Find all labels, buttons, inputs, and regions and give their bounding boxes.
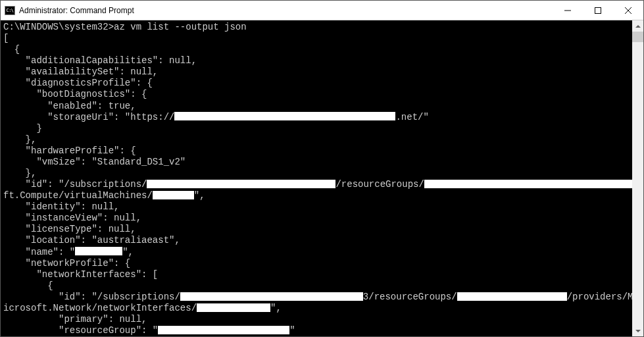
output-line: "diagnosticsProfile": { <box>3 78 153 88</box>
command-text: az vm list --output json <box>114 22 247 32</box>
cmd-icon: C:\ <box>5 6 15 15</box>
output-line: { <box>3 44 20 55</box>
output-line: "bootDiagnostics": { <box>3 89 147 99</box>
redacted-block <box>153 191 194 199</box>
output-line: { <box>3 280 53 291</box>
output-line: ", <box>122 247 134 257</box>
output-line: "networkInterfaces": [ <box>3 269 158 280</box>
output-line: }, <box>3 134 36 145</box>
output-line: "vmSize": "Standard_DS1_v2" <box>3 157 186 167</box>
redacted-block <box>424 180 632 188</box>
redacted-block <box>75 247 122 255</box>
output-line: "id": "/subscriptions/ <box>3 179 147 190</box>
vertical-scrollbar[interactable] <box>632 20 643 336</box>
output-line: "enabled": true, <box>3 101 136 111</box>
prompt: C:\WINDOWS\system32> <box>3 22 114 32</box>
output-line: "networkProfile": { <box>3 258 130 269</box>
output-line: ", <box>194 190 205 201</box>
output-line: "additionalCapabilities": null, <box>3 55 197 66</box>
output-line: } <box>3 123 42 134</box>
terminal-output[interactable]: C:\WINDOWS\system32>az vm list --output … <box>1 20 632 336</box>
scroll-thumb[interactable] <box>632 32 643 42</box>
output-line: /resourceGroups/ <box>335 179 424 190</box>
output-line: "licenseType": null, <box>3 224 136 234</box>
maximize-button[interactable] <box>583 1 613 20</box>
output-line: "identity": null, <box>3 201 119 212</box>
svg-rect-1 <box>595 8 601 14</box>
output-line: .net/" <box>395 112 428 122</box>
terminal-area: C:\WINDOWS\system32>az vm list --output … <box>1 20 643 336</box>
svg-marker-4 <box>635 25 641 28</box>
window-title: Administrator: Command Prompt <box>19 6 134 15</box>
redacted-block <box>174 112 395 120</box>
minimize-button[interactable] <box>553 1 583 20</box>
output-line: "storageUri": "https:// <box>3 112 174 122</box>
redacted-block <box>158 326 289 334</box>
output-line: 3/resourceGroups/ <box>363 292 457 302</box>
output-line: "availabilitySet": null, <box>3 66 158 77</box>
svg-marker-5 <box>635 330 641 332</box>
output-line: "resourceGroup": " <box>3 325 158 336</box>
redacted-block <box>457 292 567 301</box>
output-line: "primary": null, <box>3 314 147 324</box>
output-line: " <box>289 325 295 336</box>
output-line: "hardwareProfile": { <box>3 145 136 156</box>
output-line: ", <box>270 303 282 313</box>
titlebar: C:\ Administrator: Command Prompt <box>1 1 643 20</box>
output-line: }, <box>3 168 36 178</box>
redacted-block <box>147 180 335 188</box>
output-line: [ <box>3 33 9 43</box>
scroll-down-arrow[interactable] <box>632 325 643 336</box>
output-line: "instanceView": null, <box>3 213 141 223</box>
output-line: /providers/M <box>567 292 632 302</box>
close-button[interactable] <box>613 1 643 20</box>
output-line: ft.Compute/virtualMachines/ <box>3 190 153 201</box>
output-line: "name": " <box>3 247 75 257</box>
output-line: "id": "/subscriptions/ <box>3 292 180 302</box>
redacted-block <box>180 292 363 301</box>
scroll-up-arrow[interactable] <box>632 20 643 32</box>
window-controls <box>553 1 643 20</box>
redacted-block <box>197 303 270 312</box>
output-line: "location": "australiaeast", <box>3 235 180 246</box>
output-line: icrosoft.Network/networkInterfaces/ <box>3 303 197 313</box>
